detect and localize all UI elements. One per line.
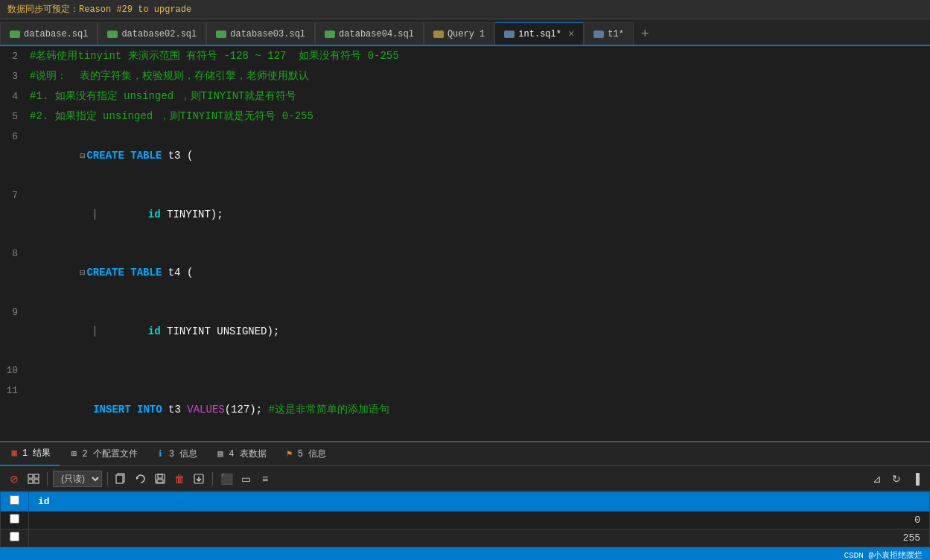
svg-rect-0 [28, 474, 33, 478]
layout3-button[interactable]: ≡ [257, 471, 273, 487]
col-header-id: id [29, 492, 930, 512]
fold-icon-1: ⊟ [80, 151, 85, 162]
delete-button[interactable]: 🗑 [171, 471, 188, 487]
svg-rect-5 [116, 475, 123, 483]
refresh-button[interactable] [133, 471, 149, 487]
table-row: 0 [1, 512, 930, 529]
close-tab-icon[interactable]: × [568, 28, 574, 40]
line-4: 4 #1. 如果没有指定 unsinged ，则TINYINT就是有符号 [0, 86, 930, 106]
query-icon [433, 31, 444, 38]
status-text: CSDN @小袁拒绝摆烂 [844, 550, 923, 561]
sql-icon-t1 [593, 31, 604, 38]
tab-database04-sql[interactable]: database04.sql [315, 22, 424, 45]
table-red-icon: ▦ [9, 448, 19, 459]
select-all-checkbox[interactable] [10, 495, 19, 505]
divider-3 [212, 472, 213, 486]
db-icon [10, 31, 20, 38]
line-5: 5 #2. 如果指定 unsinged ，则TINYINT就是无符号 0-255 [0, 106, 930, 127]
fold-icon-2: ⊟ [80, 268, 85, 279]
export-icon [193, 473, 205, 485]
sql-icon [504, 31, 515, 38]
line-12: 12 SELECT * FROM t3 [0, 439, 930, 441]
svg-rect-1 [34, 474, 39, 478]
bottom-panel: ▦ 1 结果 ⊞ 2 个配置文件 ℹ 3 信息 ▤ 4 表数据 ⚑ 5 信息 ⊘ [0, 441, 930, 547]
grid-view-button[interactable] [25, 471, 42, 487]
data-table-container: id 0 255 [0, 491, 930, 547]
filter2-button[interactable]: ⊿ [869, 471, 885, 487]
row-checkbox-2[interactable] [1, 529, 29, 547]
db-icon-4 [325, 31, 335, 38]
warning-icon: ⚑ [284, 449, 295, 459]
line-6: 6 ⊟CREATE TABLE t3 ( [0, 127, 930, 185]
readonly-select[interactable]: (只读) [53, 471, 102, 487]
filter-button[interactable]: ⊘ [6, 471, 22, 487]
info-bar: 数据同步可预定：Reason #29 to upgrade [0, 0, 930, 19]
grid-icon: ⊞ [69, 449, 79, 459]
svg-rect-2 [28, 480, 33, 483]
cell-id-1: 0 [29, 512, 930, 529]
tab-bar: database.sql database02.sql database03.s… [0, 19, 930, 46]
refresh-icon [135, 473, 147, 485]
layout2-button[interactable]: ▭ [238, 471, 254, 487]
svg-rect-9 [157, 480, 163, 483]
grid-view-icon [28, 474, 39, 484]
add-tab-button[interactable]: + [634, 23, 657, 45]
status-bar: CSDN @小袁拒绝摆烂 [0, 547, 930, 560]
export-button[interactable] [191, 471, 207, 487]
code-editor[interactable]: 2 #老韩使用tinyint 来演示范围 有符号 -128 ~ 127 如果没有… [0, 46, 930, 441]
row-select-1[interactable] [10, 514, 19, 524]
result-tabs: ▦ 1 结果 ⊞ 2 个配置文件 ℹ 3 信息 ▤ 4 表数据 ⚑ 5 信息 [0, 442, 930, 466]
result-tab-1[interactable]: ▦ 1 结果 [0, 442, 60, 466]
info-icon: ℹ [156, 449, 166, 459]
table-row: 255 [1, 529, 930, 547]
tab-query1[interactable]: Query 1 [424, 22, 494, 45]
db-icon-2 [107, 31, 118, 38]
tab-t1[interactable]: t1* [584, 22, 634, 45]
row-checkbox-1[interactable] [1, 512, 29, 529]
more-button[interactable]: ▐ [908, 471, 924, 487]
line-8: 8 ⊟CREATE TABLE t4 ( [0, 244, 930, 302]
result-tab-2[interactable]: ⊞ 2 个配置文件 [60, 442, 146, 466]
result-tab-3[interactable]: ℹ 3 信息 [147, 442, 206, 466]
code-lines: 2 #老韩使用tinyint 来演示范围 有符号 -128 ~ 127 如果没有… [0, 46, 930, 441]
result-tab-4[interactable]: ▤ 4 表数据 [206, 442, 275, 466]
select-all-header[interactable] [1, 492, 29, 512]
copy-icon [115, 473, 127, 485]
divider-2 [107, 472, 108, 486]
save-button[interactable] [152, 471, 168, 487]
line-3: 3 #说明： 表的字符集，校验规则，存储引擎，老师使用默认 [0, 66, 930, 86]
result-tab-5[interactable]: ⚑ 5 信息 [276, 442, 335, 466]
copy-button[interactable] [113, 471, 130, 487]
tab-int-sql[interactable]: int.sql* × [494, 22, 584, 45]
table-data-icon: ▤ [215, 449, 226, 459]
toolbar: ⊘ (只读) [0, 466, 930, 491]
data-table: id 0 255 [0, 491, 930, 547]
tab-database03-sql[interactable]: database03.sql [206, 22, 315, 45]
row-select-2[interactable] [10, 532, 19, 541]
tab-database-sql[interactable]: database.sql [0, 22, 98, 45]
layout1-button[interactable]: ⬛ [218, 471, 235, 487]
info-text: 数据同步可预定：Reason #29 to upgrade [7, 4, 191, 15]
line-7: 7 | id TINYINT); [0, 185, 930, 244]
save-icon [154, 473, 166, 485]
tab-database02-sql[interactable]: database02.sql [98, 22, 206, 45]
line-10: 10 [0, 360, 930, 381]
svg-rect-8 [158, 474, 162, 478]
line-11: 11 INSERT INTO t3 VALUES(127); #这是非常简单的添… [0, 381, 930, 439]
line-9: 9 | id TINYINT UNSIGNED); [0, 302, 930, 360]
divider-1 [47, 472, 48, 486]
db-icon-3 [216, 31, 226, 38]
line-2: 2 #老韩使用tinyint 来演示范围 有符号 -128 ~ 127 如果没有… [0, 46, 930, 66]
cell-id-2: 255 [29, 529, 930, 547]
svg-rect-3 [34, 480, 39, 483]
refresh2-button[interactable]: ↻ [888, 471, 905, 487]
